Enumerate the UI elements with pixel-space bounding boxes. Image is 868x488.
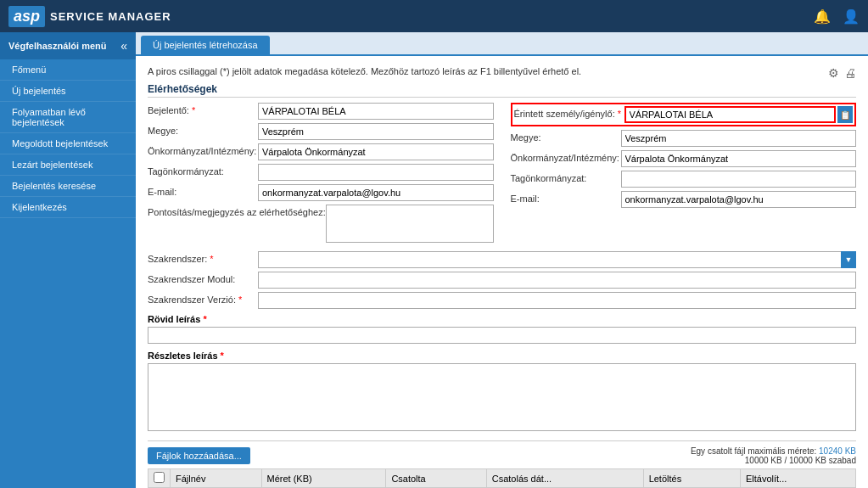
file-info-line1: Egy csatolt fájl maximális mérete: bbox=[691, 446, 816, 456]
pontositas-textarea[interactable] bbox=[326, 205, 494, 243]
erintett-group: Érintett személy/igénylő: * 📋 bbox=[511, 103, 857, 126]
tab-bar: Új bejelentés létrehozása bbox=[136, 32, 868, 56]
szakrendszer-group: Szakrendszer: * ▼ bbox=[148, 251, 856, 268]
logo: asp SERVICE MANAGER bbox=[8, 6, 171, 27]
add-files-button[interactable]: Fájlok hozzáadása... bbox=[148, 447, 250, 464]
form-area: ⚙ 🖨 A piros csillaggal (*) jelölt adatok… bbox=[136, 56, 868, 488]
bejelento-label: Bejelentő: * bbox=[148, 103, 258, 115]
print-icon[interactable]: 🖨 bbox=[844, 66, 856, 80]
file-header: Fájlok hozzáadása... Egy csatolt fájl ma… bbox=[148, 446, 856, 465]
email-left-group: E-mail: bbox=[148, 184, 494, 201]
email-right-label: E-mail: bbox=[511, 191, 621, 204]
file-col-download: Letöltés bbox=[643, 469, 740, 488]
megye-right-label: Megye: bbox=[511, 130, 621, 143]
bejelento-req: * bbox=[189, 105, 195, 115]
szakrendszer-modul-group: Szakrendszer Modul: bbox=[148, 272, 856, 289]
file-table: Fájlnév Méret (KB) Csatolta Csatolás dát… bbox=[148, 468, 856, 488]
onkormanyzat-right-group: Önkormányzat/Intézmény: bbox=[511, 150, 857, 167]
szakrendszer-verzio-label: Szakrendszer Verzió: * bbox=[148, 292, 258, 305]
file-info: Egy csatolt fájl maximális mérete: 10240… bbox=[691, 446, 856, 465]
toolbar-icons: ⚙ 🖨 bbox=[828, 66, 856, 80]
megye-left-label: Megye: bbox=[148, 123, 258, 136]
bejelento-input[interactable] bbox=[258, 103, 494, 120]
sidebar-item-kijelentkezes[interactable]: Kijelentkezés bbox=[0, 197, 136, 218]
sidebar-item-lezart[interactable]: Lezárt bejelentések bbox=[0, 154, 136, 176]
file-col-uploaded-by: Csatolta bbox=[386, 469, 486, 488]
settings-icon[interactable]: ⚙ bbox=[828, 66, 839, 80]
tab-uj-bejelentes[interactable]: Új bejelentés létrehozása bbox=[141, 36, 270, 54]
tagonkormanyzat-right-group: Tagönkormányzat: bbox=[511, 171, 857, 188]
file-col-checkbox bbox=[148, 469, 171, 488]
megye-left-input[interactable] bbox=[258, 123, 494, 140]
szakrendszer-modul-input[interactable] bbox=[258, 272, 856, 289]
left-contact-col: Bejelentő: * Megye: Önkormányzat/Intézmé… bbox=[148, 103, 494, 246]
erintett-field-wrapper: 📋 bbox=[624, 106, 854, 123]
logo-text: SERVICE MANAGER bbox=[50, 10, 171, 23]
tagonkormanyzat-left-group: Tagönkormányzat: bbox=[148, 164, 494, 181]
logo-box: asp bbox=[8, 6, 45, 27]
info-text: A piros csillaggal (*) jelölt adatok meg… bbox=[148, 66, 856, 76]
tagonkormanyzat-left-label: Tagönkormányzat: bbox=[148, 164, 258, 177]
email-left-label: E-mail: bbox=[148, 184, 258, 197]
file-col-remove: Eltávolít... bbox=[740, 469, 855, 488]
copy-bejelento-button[interactable]: 📋 bbox=[837, 106, 853, 123]
tagonkormanyzat-right-input[interactable] bbox=[621, 171, 857, 188]
sidebar-item-kereses[interactable]: Bejelentés keresése bbox=[0, 176, 136, 197]
form-inner: ⚙ 🖨 A piros csillaggal (*) jelölt adatok… bbox=[148, 66, 856, 488]
rovid-leiras-title: Rövid leírás * bbox=[148, 314, 856, 324]
szakrendszer-select[interactable] bbox=[258, 251, 856, 268]
reszletes-leiras-req: * bbox=[218, 351, 224, 361]
sidebar: Végfelhasználói menü « Főmenü Új bejelen… bbox=[0, 32, 136, 488]
sidebar-item-fomenu[interactable]: Főmenü bbox=[0, 59, 136, 81]
sidebar-item-uj-bejelentes[interactable]: Új bejelentés bbox=[0, 81, 136, 102]
tagonkormanyzat-right-label: Tagönkormányzat: bbox=[511, 171, 621, 183]
onkormanyzat-left-group: Önkormányzat/Intézmény: bbox=[148, 143, 494, 160]
contact-columns: Bejelentő: * Megye: Önkormányzat/Intézmé… bbox=[148, 103, 856, 246]
rovid-leiras-input[interactable] bbox=[148, 327, 856, 344]
pontositas-label: Pontosítás/megjegyzés az elérhetőséghez: bbox=[148, 205, 326, 217]
onkormanyzat-right-input[interactable] bbox=[621, 150, 857, 167]
tagonkormanyzat-left-input[interactable] bbox=[258, 164, 494, 181]
email-right-input[interactable] bbox=[621, 191, 857, 208]
bejelento-group: Bejelentő: * bbox=[148, 103, 494, 120]
file-select-all-checkbox[interactable] bbox=[154, 472, 165, 483]
email-left-input[interactable] bbox=[258, 184, 494, 201]
erintett-input[interactable] bbox=[624, 106, 837, 123]
onkormanyzat-right-label: Önkormányzat/Intézmény: bbox=[511, 150, 621, 163]
megye-right-group: Megye: bbox=[511, 130, 857, 147]
onkormanyzat-left-input[interactable] bbox=[258, 143, 494, 160]
erintett-req: * bbox=[615, 109, 621, 119]
onkormanyzat-left-label: Önkormányzat/Intézmény: bbox=[148, 143, 258, 156]
file-col-filename: Fájlnév bbox=[171, 469, 262, 488]
section-title-elerhetosegek: Elérhetőségek bbox=[148, 83, 856, 98]
app-header: asp SERVICE MANAGER 🔔 👤 bbox=[0, 0, 868, 32]
user-icon[interactable]: 👤 bbox=[843, 8, 860, 25]
reszletes-leiras-section: Részletes leírás * bbox=[148, 351, 856, 434]
sidebar-header: Végfelhasználói menü « bbox=[0, 32, 136, 59]
sidebar-item-megoldott[interactable]: Megoldott bejelentések bbox=[0, 133, 136, 154]
file-info-line2: 10000 KB / 10000 KB szabad bbox=[745, 456, 856, 465]
bell-icon[interactable]: 🔔 bbox=[814, 8, 831, 25]
erintett-label: Érintett személy/igénylő: * bbox=[514, 106, 624, 119]
content-area: Új bejelentés létrehozása ⚙ 🖨 A piros cs… bbox=[136, 32, 868, 488]
rovid-leiras-req: * bbox=[200, 314, 206, 324]
sidebar-item-folyamatban[interactable]: Folyamatban lévő bejelentések bbox=[0, 102, 136, 133]
megye-left-group: Megye: bbox=[148, 123, 494, 140]
collapse-button[interactable]: « bbox=[120, 39, 127, 53]
file-table-header-row: Fájlnév Méret (KB) Csatolta Csatolás dát… bbox=[148, 469, 856, 488]
szakrendszer-label: Szakrendszer: * bbox=[148, 251, 258, 264]
header-icons: 🔔 👤 bbox=[814, 8, 860, 25]
megye-right-input[interactable] bbox=[621, 130, 857, 147]
szakrendszer-verzio-req: * bbox=[236, 294, 242, 305]
szakrendszer-verzio-input[interactable] bbox=[258, 292, 856, 309]
file-section: Fájlok hozzáadása... Egy csatolt fájl ma… bbox=[148, 440, 856, 488]
email-right-group: E-mail: bbox=[511, 191, 857, 208]
szakrendszer-req: * bbox=[207, 254, 213, 264]
reszletes-leiras-textarea[interactable] bbox=[148, 363, 856, 431]
file-col-upload-date: Csatolás dát... bbox=[486, 469, 643, 488]
file-max-size-link[interactable]: 10240 KB bbox=[819, 446, 856, 456]
szakrendszer-verzio-group: Szakrendszer Verzió: * bbox=[148, 292, 856, 309]
main-layout: Végfelhasználói menü « Főmenü Új bejelen… bbox=[0, 32, 868, 488]
reszletes-leiras-title: Részletes leírás * bbox=[148, 351, 856, 361]
sidebar-section-label: Végfelhasználói menü bbox=[8, 41, 107, 51]
